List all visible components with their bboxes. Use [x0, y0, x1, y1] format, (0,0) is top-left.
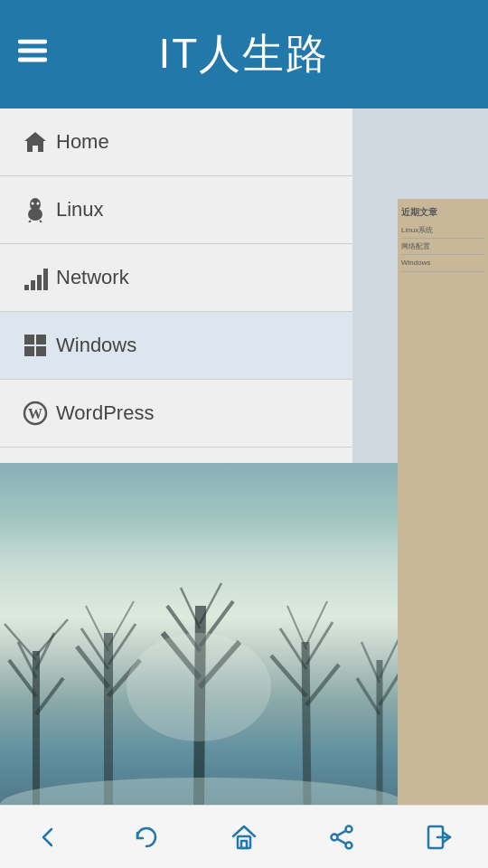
right-panel-content: 近期文章 Linux系统 网络配置 Windows — [398, 199, 488, 805]
svg-line-70 — [337, 838, 346, 843]
svg-line-35 — [77, 646, 108, 687]
bottom-navigation — [0, 805, 488, 868]
svg-rect-64 — [238, 836, 250, 848]
svg-rect-1 — [18, 49, 47, 53]
svg-rect-9 — [24, 285, 29, 290]
menu-icon[interactable] — [18, 40, 47, 70]
svg-line-40 — [108, 601, 134, 646]
sidebar-item-wordpress[interactable]: W WordPress — [0, 380, 352, 448]
svg-rect-65 — [241, 841, 247, 848]
svg-point-5 — [37, 203, 40, 205]
svg-point-60 — [0, 778, 407, 805]
svg-line-8 — [40, 221, 42, 222]
sidebar-item-home[interactable]: Home — [0, 108, 352, 176]
svg-rect-16 — [36, 346, 46, 356]
home-icon — [18, 125, 52, 159]
svg-point-4 — [32, 203, 34, 205]
svg-line-50 — [306, 665, 339, 705]
svg-point-61 — [127, 633, 271, 741]
svg-line-56 — [357, 678, 380, 714]
svg-line-32 — [5, 624, 36, 660]
svg-line-7 — [29, 221, 31, 222]
sidebar-item-linux[interactable]: Linux — [0, 176, 352, 244]
linux-icon — [18, 193, 52, 227]
sidebar-item-network-label: Network — [56, 266, 129, 289]
app-header: IT人生路 — [0, 0, 488, 108]
svg-rect-13 — [24, 335, 34, 344]
svg-line-33 — [36, 619, 68, 656]
svg-point-6 — [28, 208, 42, 221]
network-icon — [18, 260, 52, 295]
sidebar-item-windows-label: Windows — [56, 334, 136, 357]
svg-rect-2 — [18, 58, 47, 62]
sidebar-item-linux-label: Linux — [56, 198, 104, 222]
svg-line-29 — [36, 678, 63, 714]
back-button[interactable] — [22, 810, 76, 864]
sidebar-item-network[interactable]: Network — [0, 244, 352, 312]
svg-rect-0 — [18, 40, 47, 44]
page-title: IT人生路 — [159, 26, 330, 82]
sidebar-item-windows[interactable]: Windows — [0, 312, 352, 380]
svg-line-47 — [200, 583, 221, 624]
sidebar-item-wordpress-label: WordPress — [56, 401, 154, 425]
svg-rect-12 — [43, 269, 48, 290]
content-area: Home Linux — [0, 108, 488, 805]
svg-rect-11 — [37, 275, 42, 290]
svg-rect-15 — [24, 346, 34, 356]
sidebar-item-home-label: Home — [56, 130, 109, 154]
svg-line-52 — [306, 622, 333, 665]
svg-rect-10 — [31, 280, 35, 290]
refresh-button[interactable] — [119, 810, 174, 864]
exit-button[interactable] — [412, 810, 466, 864]
wordpress-icon: W — [18, 396, 52, 430]
svg-rect-14 — [36, 335, 46, 344]
windows-icon — [18, 328, 52, 363]
svg-line-59 — [380, 637, 399, 678]
share-button[interactable] — [314, 810, 369, 864]
featured-image — [0, 463, 407, 805]
svg-line-39 — [86, 606, 108, 651]
home-button[interactable] — [217, 810, 271, 864]
svg-line-28 — [9, 660, 36, 696]
svg-text:W: W — [28, 406, 42, 421]
svg-line-69 — [337, 830, 346, 835]
